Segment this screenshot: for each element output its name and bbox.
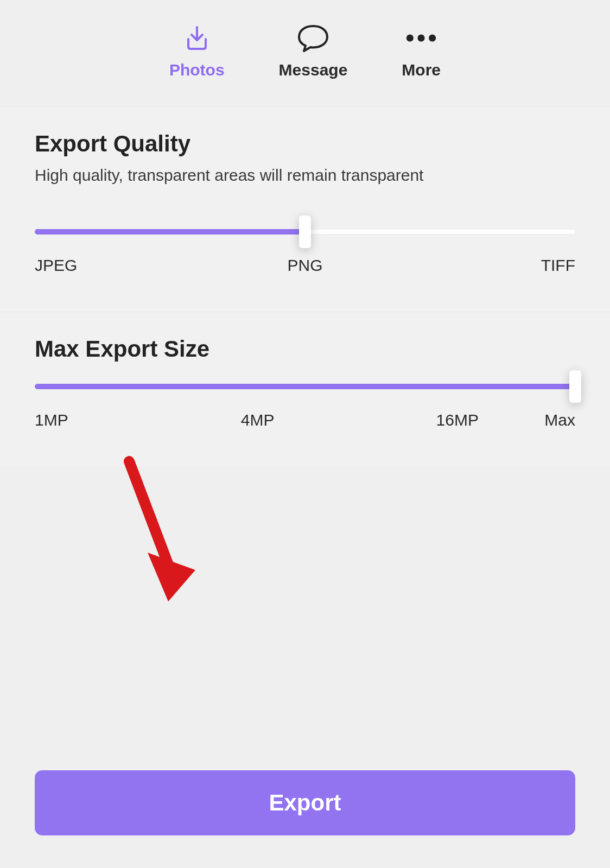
more-icon xyxy=(405,22,437,54)
size-label-1mp: 1MP xyxy=(35,411,143,429)
slider-thumb[interactable] xyxy=(569,370,581,403)
size-slider-labels: 1MP 4MP 16MP Max xyxy=(35,411,575,429)
slider-fill xyxy=(35,384,575,389)
slider-fill xyxy=(35,229,305,235)
svg-point-0 xyxy=(406,34,414,41)
svg-point-1 xyxy=(418,34,425,41)
quality-label-jpeg: JPEG xyxy=(35,256,77,275)
max-export-size-section: Max Export Size 1MP 4MP 16MP Max xyxy=(0,312,610,466)
max-export-size-slider[interactable]: 1MP 4MP 16MP Max xyxy=(35,384,575,429)
tab-message[interactable]: Message xyxy=(279,22,348,79)
tab-more[interactable]: More xyxy=(402,22,441,79)
export-button[interactable]: Export xyxy=(35,770,575,835)
message-icon xyxy=(297,22,329,54)
download-icon xyxy=(181,22,213,54)
share-tabs: Photos Message More xyxy=(0,0,610,106)
quality-slider-labels: JPEG PNG TIFF xyxy=(35,256,575,275)
tab-more-label: More xyxy=(402,61,441,79)
size-label-4mp: 4MP xyxy=(143,411,350,429)
export-quality-title: Export Quality xyxy=(35,131,575,157)
tab-message-label: Message xyxy=(279,61,348,79)
annotation-arrow-icon xyxy=(114,456,212,619)
max-export-size-title: Max Export Size xyxy=(35,336,575,362)
slider-thumb[interactable] xyxy=(299,216,311,248)
slider-track xyxy=(35,384,575,389)
tab-photos-label: Photos xyxy=(169,61,225,79)
svg-marker-4 xyxy=(148,553,195,601)
export-quality-section: Export Quality High quality, transparent… xyxy=(0,106,610,312)
quality-label-png: PNG xyxy=(287,256,322,275)
slider-track xyxy=(35,229,575,235)
export-quality-desc: High quality, transparent areas will rem… xyxy=(35,164,575,186)
export-button-container: Export xyxy=(35,770,575,835)
tab-photos[interactable]: Photos xyxy=(169,22,225,79)
svg-line-3 xyxy=(129,461,168,565)
svg-point-2 xyxy=(429,34,436,41)
quality-label-tiff: TIFF xyxy=(541,256,575,275)
size-label-max: Max xyxy=(544,411,575,429)
export-quality-slider[interactable]: JPEG PNG TIFF xyxy=(35,229,575,275)
size-label-16mp: 16MP xyxy=(350,411,545,429)
